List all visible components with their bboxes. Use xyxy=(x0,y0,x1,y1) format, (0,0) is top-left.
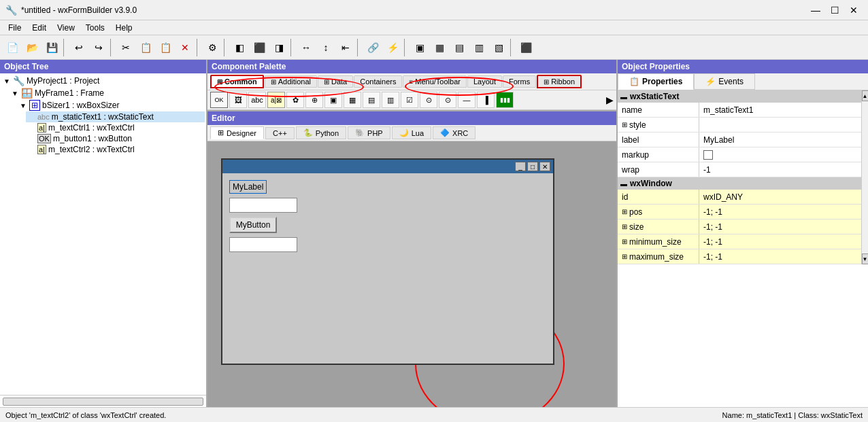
prop-value-minsize[interactable]: -1; -1 xyxy=(699,234,861,249)
prop-expand-maxsize-icon[interactable]: ⊞ xyxy=(622,253,627,260)
editor-tab-python[interactable]: 🐍 Python xyxy=(296,126,346,139)
editor-tab-cpp[interactable]: C++ xyxy=(265,127,295,139)
prop-section-wxwindow[interactable]: ▬ wxWindow xyxy=(618,177,861,190)
prop-expand-style-icon[interactable]: ⊞ xyxy=(622,121,627,128)
palette-item-text[interactable]: abc xyxy=(248,92,266,108)
tree-item-textctrl2[interactable]: a| m_textCtrl2 : wxTextCtrl xyxy=(26,144,205,155)
palette-tab-data[interactable]: ⊞ Data xyxy=(318,75,353,88)
toolbar-box4[interactable]: ▥ xyxy=(469,39,488,56)
canvas-minimize-btn[interactable]: _ xyxy=(515,162,526,171)
palette-tab-common[interactable]: ⊞ Common xyxy=(210,75,264,88)
palette-tab-menu[interactable]: ≡ Menu/Toolbar xyxy=(403,75,467,88)
toolbar-generate[interactable]: ⬛ xyxy=(516,39,535,56)
palette-tab-containers[interactable]: Containers xyxy=(354,75,402,88)
editor-tab-designer[interactable]: ⊞ Designer xyxy=(210,126,264,139)
palette-item-bar[interactable]: ▐ xyxy=(477,92,495,108)
canvas-textctrl1[interactable] xyxy=(229,198,297,213)
toolbar-save[interactable]: 💾 xyxy=(42,39,61,56)
toolbar-expand-h[interactable]: ↔ xyxy=(297,39,316,56)
toolbar-settings[interactable]: ⚙ xyxy=(203,39,222,56)
tree-expand-frame[interactable]: ▼ xyxy=(11,90,19,97)
prop-value-wrap[interactable]: -1 xyxy=(699,162,861,177)
close-button[interactable]: ✕ xyxy=(845,3,863,17)
tree-item-project[interactable]: ▼ 🔧 MyProject1 : Project xyxy=(1,75,205,87)
toolbar-box1[interactable]: ▣ xyxy=(410,39,429,56)
toolbar-connect[interactable]: 🔗 xyxy=(363,39,382,56)
palette-tab-layout[interactable]: Layout xyxy=(467,75,502,88)
prop-value-pos[interactable]: -1; -1 xyxy=(699,205,861,219)
props-scroll-up[interactable]: ▲ xyxy=(862,90,869,101)
toolbar-copy[interactable]: 📋 xyxy=(136,39,155,56)
palette-item-grid2[interactable]: ▦ xyxy=(344,92,361,108)
canvas-button[interactable]: MyButton xyxy=(229,217,277,233)
editor-tab-xrc[interactable]: 🔷 XRC xyxy=(433,126,475,139)
toolbar-open[interactable]: 📂 xyxy=(22,39,41,56)
canvas-maximize-btn[interactable]: □ xyxy=(527,162,538,171)
prop-checkbox-markup[interactable] xyxy=(703,150,713,160)
palette-tab-ribbon[interactable]: ⊞ Ribbon xyxy=(537,75,582,88)
canvas-label[interactable]: MyLabel xyxy=(229,180,267,194)
toolbar-expand-v[interactable]: ↕ xyxy=(316,39,335,56)
prop-value-name[interactable]: m_staticText1 xyxy=(699,103,861,117)
prop-value-maxsize[interactable]: -1; -1 xyxy=(699,249,861,264)
prop-value-size[interactable]: -1; -1 xyxy=(699,219,861,234)
toolbar-contract-h[interactable]: ⇤ xyxy=(336,39,355,56)
toolbar-new[interactable]: 📄 xyxy=(3,39,22,56)
maximize-button[interactable]: ☐ xyxy=(826,3,844,17)
props-tab-properties[interactable]: 📋 Properties xyxy=(618,73,694,90)
tree-item-frame[interactable]: ▼ 🪟 MyFrame1 : Frame xyxy=(10,87,205,99)
toolbar-box5[interactable]: ▧ xyxy=(489,39,508,56)
tree-scrollbar[interactable] xyxy=(0,395,206,407)
tree-item-textctrl1[interactable]: a| m_textCtrl1 : wxTextCtrl xyxy=(26,122,205,133)
object-tree-content[interactable]: ▼ 🔧 MyProject1 : Project ▼ 🪟 MyFrame1 : … xyxy=(0,73,206,395)
palette-item-grid4[interactable]: ▥ xyxy=(382,92,399,108)
editor-tab-lua[interactable]: 🌙 Lua xyxy=(392,126,431,139)
menu-edit[interactable]: Edit xyxy=(27,22,52,34)
tree-hscrollbar-track[interactable] xyxy=(3,398,203,406)
prop-value-label[interactable]: MyLabel xyxy=(699,133,861,147)
toolbar-box2[interactable]: ▦ xyxy=(430,39,449,56)
palette-item-check[interactable]: ☑ xyxy=(401,92,418,108)
palette-item-radio1[interactable]: ⊙ xyxy=(420,92,437,108)
palette-item-textctrl[interactable]: a|⊠ xyxy=(267,92,285,108)
canvas-textctrl2[interactable] xyxy=(229,237,297,252)
palette-item-ok[interactable]: OK xyxy=(210,92,228,108)
palette-item-grid3[interactable]: ▤ xyxy=(363,92,380,108)
props-scroll-down[interactable]: ▼ xyxy=(862,253,869,264)
props-scrollbar[interactable]: ▲ ▼ xyxy=(861,90,868,264)
menu-file[interactable]: File xyxy=(3,22,27,34)
palette-item-progress[interactable]: ▮▮▮ xyxy=(496,92,514,108)
editor-tab-php[interactable]: 🐘 PHP xyxy=(348,126,390,139)
palette-tab-additional[interactable]: ⊞ Additional xyxy=(265,75,317,88)
toolbar-box3[interactable]: ▤ xyxy=(450,39,469,56)
palette-tab-forms[interactable]: Forms xyxy=(503,75,536,88)
prop-expand-size-icon[interactable]: ⊞ xyxy=(622,223,627,230)
menu-help[interactable]: Help xyxy=(110,22,138,34)
toolbar-split[interactable]: ⚡ xyxy=(383,39,402,56)
palette-item-image[interactable]: 🖼 xyxy=(229,92,247,108)
canvas-close-btn[interactable]: ✕ xyxy=(539,162,550,171)
toolbar-align-left[interactable]: ◧ xyxy=(230,39,249,56)
props-tab-events[interactable]: ⚡ Events xyxy=(694,73,755,90)
toolbar-align-center[interactable]: ⬛ xyxy=(250,39,269,56)
palette-item-grid1[interactable]: ▣ xyxy=(324,92,342,108)
toolbar-undo[interactable]: ↩ xyxy=(69,39,88,56)
palette-scroll-right[interactable]: ▶ xyxy=(606,94,614,105)
palette-item-slider[interactable]: — xyxy=(458,92,475,108)
toolbar-align-right[interactable]: ◨ xyxy=(269,39,288,56)
palette-item-radio2[interactable]: ⊙ xyxy=(439,92,456,108)
prop-value-markup[interactable] xyxy=(699,147,861,162)
prop-section-wxstatictext[interactable]: ▬ wxStaticText xyxy=(618,90,861,103)
tree-expand-sizer[interactable]: ▼ xyxy=(19,102,27,109)
prop-value-id[interactable]: wxID_ANY xyxy=(699,190,861,204)
tree-item-statictext[interactable]: abc m_staticText1 : wxStaticText xyxy=(26,111,205,122)
palette-item-list[interactable]: ⊕ xyxy=(305,92,323,108)
tree-expand-project[interactable]: ▼ xyxy=(3,77,11,85)
toolbar-cut[interactable]: ✂ xyxy=(116,39,135,56)
toolbar-delete[interactable]: ✕ xyxy=(176,39,195,56)
tree-item-sizer[interactable]: ▼ ⊞ bSizer1 : wxBoxSizer xyxy=(18,99,205,111)
toolbar-paste[interactable]: 📋 xyxy=(156,39,175,56)
toolbar-redo[interactable]: ↪ xyxy=(89,39,108,56)
tree-item-button[interactable]: OK m_button1 : wxButton xyxy=(26,133,205,144)
prop-expand-pos-icon[interactable]: ⊞ xyxy=(622,208,627,215)
